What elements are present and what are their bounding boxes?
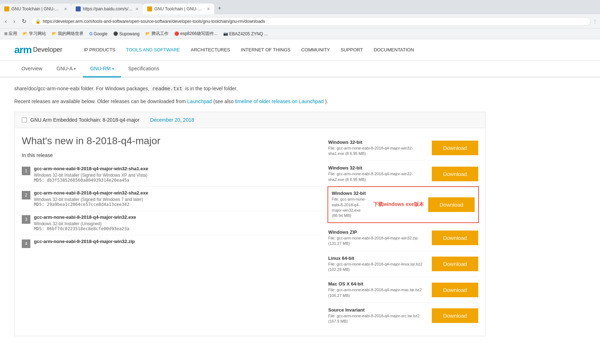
nav-tools-software[interactable]: TOOLS AND SOFTWARE — [126, 46, 180, 54]
tab-favicon-1 — [4, 6, 9, 11]
see-also-text: (see also — [213, 98, 234, 104]
tab-title-3: GNU Toolchain | GNU-RM Do... — [154, 6, 205, 11]
download-info-1: Windows 32-bit File: gcc-arm-none-eabi-8… — [328, 140, 428, 157]
bookmark-apps[interactable]: ⊞ 应用 — [3, 30, 19, 37]
bookmark-ebaz-label: EBAZ4205 ZYNQ ... — [229, 31, 268, 36]
nav-iot[interactable]: INTERNET OF THINGS — [241, 46, 291, 54]
toolchain-title: GNU Arm Embedded Toolchain: 8-2018-q4-ma… — [30, 117, 140, 123]
subnav-gnu-a-label: GNU-A — [56, 66, 72, 71]
file-list: 1 gcc-arm-none-eabi-8-2018-q4-major-win3… — [22, 162, 321, 252]
release-subtitle: In this release — [22, 152, 321, 158]
intro-code: readme.txt — [151, 85, 184, 92]
platform-2: Windows 32-bit — [328, 165, 428, 171]
nav-support[interactable]: SUPPORT — [341, 46, 363, 54]
gnu-a-dropdown-arrow: ▾ — [74, 67, 76, 71]
download-button-7[interactable]: Download — [432, 308, 478, 323]
main-nav: IP PRODUCTS TOOLS AND SOFTWARE ARCHITECT… — [84, 46, 586, 54]
nav-architectures[interactable]: ARCHITECTURES — [191, 46, 230, 54]
download-row-6: Mac OS X 64-bit File: gcc-arm-none-eabi-… — [328, 277, 478, 303]
download-button-2[interactable]: Download — [432, 167, 478, 181]
file-info-1: gcc-arm-none-eabi-8-2018-q4-major-win32-… — [34, 166, 321, 183]
download-button-5[interactable]: Download — [432, 257, 478, 271]
file-md5-3: MD5: 06bf7dc0223518ec8e8cfe00d93ea23a — [34, 226, 321, 231]
subnav-gnu-rm[interactable]: GNU-RM ▾ — [83, 61, 121, 77]
toolchain-header: GNU Arm Embedded Toolchain: 8-2018-q4-ma… — [15, 112, 485, 128]
tab-3[interactable]: GNU Toolchain | GNU-RM Do... ✕ — [143, 4, 214, 14]
file-num-1: 1 — [22, 167, 30, 175]
folder-icon-3: 📂 — [145, 31, 150, 36]
file-desc-2: Windows 32-bit Installer (Signed for Win… — [34, 197, 321, 202]
tab-bar: GNU Toolchain | GNU-RM Do... ✕ https://p… — [0, 0, 600, 14]
download-info-2: Windows 32-bit File: gcc-arm-none-eabi-8… — [328, 165, 428, 182]
forward-button[interactable]: › — [11, 17, 17, 26]
file-detail-5: File: gcc-arm-none-eabi-8-2018-q4-major-… — [328, 262, 428, 273]
download-row-2: Windows 32-bit File: gcc-arm-none-eabi-8… — [328, 161, 478, 187]
toolchain-section: GNU Arm Embedded Toolchain: 8-2018-q4-ma… — [14, 112, 486, 336]
download-button-6[interactable]: Download — [432, 283, 478, 297]
file-num-3: 3 — [22, 215, 30, 224]
bookmark-supowang[interactable]: ⚫ Supowang — [112, 31, 141, 37]
file-md5-1: MD5: db3f5385268560a804939314e20ea45a — [34, 178, 321, 183]
release-title: What's new in 8-2018-q4-major — [22, 135, 321, 147]
bookmark-study[interactable]: 📂 学习网站 — [21, 30, 48, 37]
tab-1[interactable]: GNU Toolchain | GNU-RM Do... ✕ — [0, 4, 71, 14]
launchpad-link[interactable]: Launchpad — [187, 98, 212, 104]
download-button-3[interactable]: Download — [428, 197, 475, 212]
bookmark-study-label: 学习网站 — [29, 31, 46, 37]
nav-community[interactable]: COMMUNITY — [301, 46, 330, 54]
file-detail-2: File: gcc-arm-none-eabi-8-2018-q4-major-… — [328, 171, 428, 182]
tab-2[interactable]: https://pan.baidu.com/s/1Wv... ✕ — [71, 4, 143, 14]
bookmark-network[interactable]: 📂 我的网络世界 — [50, 30, 85, 37]
subnav-gnu-a[interactable]: GNU-A ▾ — [49, 61, 83, 77]
bookmark-google[interactable]: G Google — [88, 31, 109, 37]
file-md5-2: MD5: 29a9bea1c2064ce57cce8d4a13cee342 — [34, 202, 321, 207]
download-button-4[interactable]: Download — [432, 231, 478, 245]
file-desc-1: Windows 32-bit Installer (Signed for Win… — [34, 173, 321, 178]
bookmark-supowang-label: Supowang — [119, 31, 140, 36]
nav-documentation[interactable]: DOCUMENTATION — [374, 46, 414, 54]
file-name-1: gcc-arm-none-eabi-8-2018-q4-major-win32-… — [34, 166, 321, 171]
download-button-1[interactable]: Download — [432, 141, 478, 155]
tab-close-2[interactable]: ✕ — [135, 7, 139, 11]
file-name-2: gcc-arm-none-eabi-8-2018-q4-major-win32-… — [34, 190, 321, 196]
nav-ip-products[interactable]: IP PRODUCTS — [84, 46, 115, 54]
toolchain-left: What's new in 8-2018-q4-major In this re… — [22, 135, 321, 329]
new-tab-button[interactable]: + — [214, 2, 225, 14]
subnav-overview[interactable]: Overview — [14, 61, 49, 77]
subnav-specifications[interactable]: Specifications — [121, 61, 166, 77]
toolchain-checkbox[interactable] — [22, 117, 27, 122]
tab-close-3[interactable]: ✕ — [207, 7, 210, 11]
timeline-link[interactable]: timeline of older releases on Launchpad — [235, 98, 324, 104]
toolchain-date: December 20, 2018 — [150, 117, 194, 123]
tab-title-1: GNU Toolchain | GNU-RM Do... — [11, 6, 62, 11]
back-button[interactable]: ‹ — [3, 17, 9, 26]
ebaz-icon: 📷 — [223, 31, 228, 36]
bookmark-esp[interactable]: 🔴 esp8266烧写固件... — [173, 30, 219, 37]
file-detail-3: File: gcc-arm-none-eabi-8-2018-q4-major-… — [332, 197, 369, 219]
github-icon: ⚫ — [113, 31, 118, 36]
refresh-button[interactable]: ↻ — [20, 16, 29, 26]
file-name-4: gcc-arm-none-eabi-8-2018-q4-major-win32.… — [34, 239, 321, 244]
file-info-3: gcc-arm-none-eabi-8-2018-q4-major-win32.… — [34, 214, 321, 231]
tab-close-1[interactable]: ✕ — [64, 7, 67, 11]
download-info-4: Windows ZIP File: gcc-arm-none-eabi-8-20… — [328, 229, 428, 247]
download-row-4: Windows ZIP File: gcc-arm-none-eabi-8-20… — [328, 225, 478, 251]
platform-7: Source Invariant — [328, 307, 428, 313]
browser-menu[interactable]: ⋮ — [593, 19, 597, 24]
download-info-3: Windows 32-bit File: gcc-arm-none-eabi-8… — [332, 191, 369, 219]
file-item-3: 3 gcc-arm-none-eabi-8-2018-q4-major-win3… — [22, 211, 321, 235]
intro-text-block: share/doc/gcc-arm-none-eabi folder. For … — [14, 85, 486, 106]
site-logo[interactable]: arm Developer — [14, 44, 62, 56]
download-row-3: Windows 32-bit File: gcc-arm-none-eabi-8… — [328, 186, 479, 223]
bookmark-ebaz[interactable]: 📷 EBAZ4205 ZYNQ ... — [222, 31, 269, 37]
subnav-gnu-rm-label: GNU-RM — [90, 66, 111, 71]
main-content: share/doc/gcc-arm-none-eabi folder. For … — [0, 77, 500, 350]
address-bar[interactable]: 🔒 https://developer.arm.com/tools-and-so… — [31, 17, 591, 26]
file-info-4: gcc-arm-none-eabi-8-2018-q4-major-win32.… — [34, 239, 321, 246]
platform-5: Linux 64-bit — [328, 256, 428, 261]
google-icon: G — [89, 31, 92, 36]
bookmark-tencent[interactable]: 📂 腾讯工作 — [144, 30, 170, 37]
platform-6: Mac OS X 64-bit — [328, 281, 428, 287]
download-info-6: Mac OS X 64-bit File: gcc-arm-none-eabi-… — [328, 281, 428, 298]
address-text: https://developer.arm.com/tools-and-soft… — [43, 19, 586, 24]
